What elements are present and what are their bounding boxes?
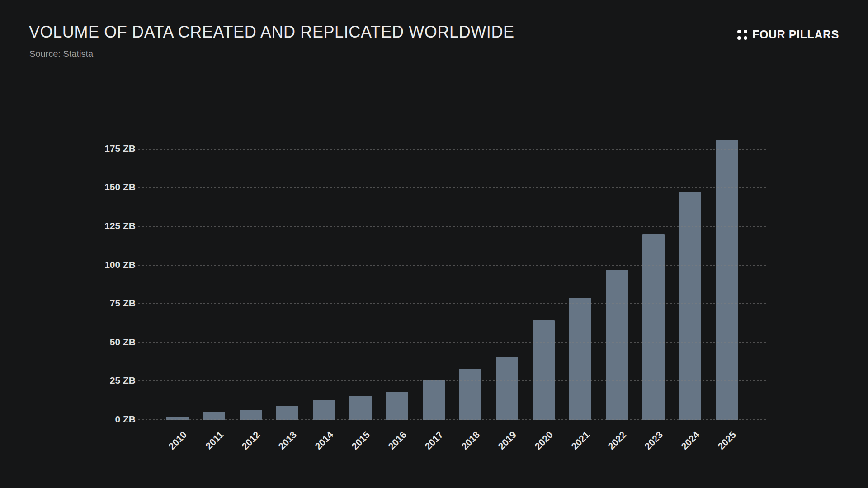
bar-2025 (716, 140, 738, 420)
bar-chart: 0 ZB25 ZB50 ZB75 ZB100 ZB125 ZB150 ZB175… (0, 0, 868, 488)
infographic-page: VOLUME OF DATA CREATED AND REPLICATED WO… (0, 0, 868, 488)
bar-2013 (276, 406, 298, 420)
bar-2014 (313, 400, 335, 420)
bar-2015 (349, 396, 372, 420)
y-tick-label-125: 125 ZB (59, 221, 136, 231)
y-tick-label-75: 75 ZB (59, 298, 136, 309)
y-tick-label-175: 175 ZB (59, 143, 136, 154)
y-tick-label-50: 50 ZB (59, 337, 136, 347)
y-tick-label-150: 150 ZB (59, 182, 136, 192)
gridline-0 (138, 419, 766, 420)
gridline-100 (138, 265, 766, 266)
gridline-25 (138, 380, 766, 381)
bar-2012 (240, 410, 262, 420)
bar-2011 (203, 412, 225, 420)
gridline-175 (138, 149, 766, 150)
y-tick-label-0: 0 ZB (59, 414, 136, 425)
bar-2023 (642, 234, 665, 420)
bar-2017 (423, 380, 445, 420)
gridline-75 (138, 303, 766, 304)
bar-2018 (459, 369, 481, 420)
bar-2016 (386, 392, 408, 420)
gridline-125 (138, 226, 766, 227)
gridline-50 (138, 342, 766, 343)
bar-2021 (569, 298, 591, 420)
y-tick-label-25: 25 ZB (59, 375, 136, 386)
y-tick-label-100: 100 ZB (59, 259, 136, 270)
bar-2022 (606, 270, 628, 420)
bar-2019 (496, 357, 518, 420)
bar-2020 (533, 320, 555, 420)
gridline-150 (138, 187, 766, 188)
